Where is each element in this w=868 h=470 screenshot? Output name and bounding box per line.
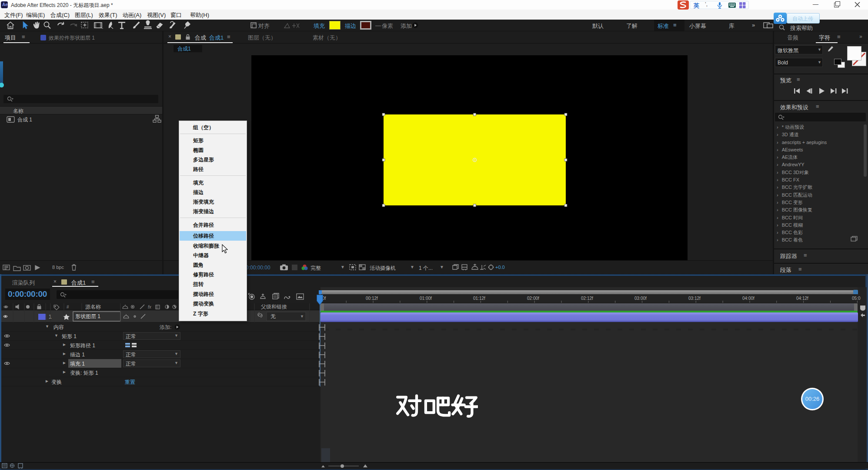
svg-text:父级和链接: 父级和链接 <box>261 304 287 310</box>
svg-text:源名称: 源名称 <box>85 304 101 310</box>
svg-text:fx: fx <box>148 305 152 309</box>
svg-text:无: 无 <box>270 313 276 319</box>
svg-text:▼: ▼ <box>300 314 304 319</box>
svg-text:#: # <box>67 305 69 309</box>
svg-text:形状图层 1: 形状图层 1 <box>75 313 100 319</box>
